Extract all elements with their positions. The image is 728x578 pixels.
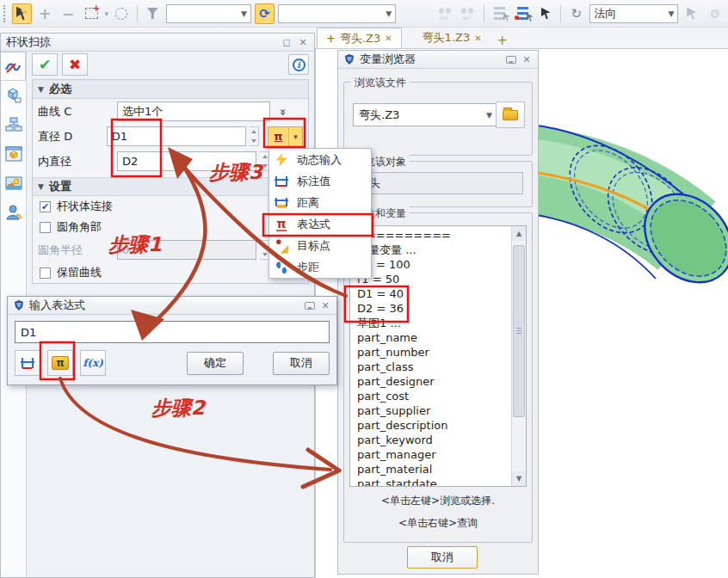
list-item[interactable]: part_number xyxy=(350,345,511,360)
close-icon[interactable]: ✕ xyxy=(319,300,331,311)
list-item[interactable]: part_description xyxy=(350,418,511,433)
sidebar-item-sweep[interactable] xyxy=(1,52,26,81)
tab-close-icon[interactable]: ✕ xyxy=(385,34,392,43)
chevron-down-icon[interactable]: ▾ xyxy=(289,127,302,146)
double-chevron-icon[interactable]: » xyxy=(277,108,290,114)
variable-browser-titlebar[interactable]: 变量浏览器 ✕ xyxy=(338,51,538,69)
cancel-button[interactable]: 取消 xyxy=(273,352,330,375)
default-option-button-1[interactable]: def xyxy=(435,3,455,24)
ok-button[interactable]: ✔ xyxy=(32,53,58,76)
list-item[interactable]: = 100 xyxy=(350,257,511,272)
document-tabbar: + 弯头.Z3 ✕ 弯头1.Z3 ✕ + xyxy=(317,28,728,48)
object-field[interactable]: 弯头 xyxy=(353,172,523,194)
cancel-button[interactable]: ✖ xyxy=(62,53,88,76)
list-item[interactable]: 草图1 ... xyxy=(350,316,511,330)
expression-input[interactable]: D1 xyxy=(15,321,330,343)
tab-close-icon[interactable]: ✕ xyxy=(474,34,481,43)
list-item[interactable]: part_keyword xyxy=(350,433,511,447)
pick-settings-button[interactable]: ⚙ xyxy=(705,3,725,24)
menu-item[interactable]: 动态输入 xyxy=(269,149,371,170)
variable-listbox[interactable]: ========== 标量变量 ... = 100 r1 = 50 D1 = 4… xyxy=(349,225,527,487)
diameter-field[interactable]: D1 xyxy=(107,126,246,146)
pi-variable-button[interactable]: π xyxy=(47,350,73,376)
marquee-dropdown[interactable]: ▾ xyxy=(104,9,108,18)
selection-combobox[interactable]: ▼ xyxy=(278,4,396,23)
function-button[interactable]: f(x) xyxy=(80,350,106,376)
pi-split-button[interactable]: π ▾ xyxy=(268,126,303,147)
add-selection-button[interactable]: + xyxy=(35,3,55,24)
pi-icon[interactable]: π xyxy=(268,127,289,146)
filter-button[interactable] xyxy=(143,3,163,24)
list-item[interactable]: ========== xyxy=(350,228,511,243)
list-item[interactable]: part_designer xyxy=(350,374,511,389)
close-icon[interactable]: ✕ xyxy=(297,37,309,48)
section-settings[interactable]: ▼ 设置 xyxy=(33,177,308,196)
menu-item[interactable]: 步距 xyxy=(269,256,371,278)
normal-combobox[interactable]: 法向 ▼ xyxy=(589,4,678,23)
new-tab-button[interactable]: + xyxy=(490,33,515,48)
stack-cursor-colored-icon xyxy=(517,7,528,20)
tab-active[interactable]: + 弯头.Z3 ✕ xyxy=(317,28,402,48)
list-item[interactable]: part_startdate xyxy=(350,477,511,486)
tab-inactive[interactable]: 弯头1.Z3 ✕ xyxy=(414,28,490,48)
sidebar-item-visualize[interactable] xyxy=(1,139,26,169)
rod-sweep-titlebar[interactable]: 杆状扫掠 ◻ ✕ xyxy=(1,34,314,52)
list-item[interactable]: D2 = 36 xyxy=(350,301,511,316)
default-option-button-2[interactable]: def xyxy=(459,3,478,24)
pick-list-colored-button[interactable] xyxy=(513,3,533,24)
menu-item[interactable]: 标注值 xyxy=(269,170,371,192)
scroll-up-icon[interactable]: ▲ xyxy=(512,226,526,241)
file-combobox[interactable]: 弯头.Z3 ▼ xyxy=(353,103,497,126)
sidebar-item-render[interactable] xyxy=(1,169,26,198)
sidebar-item-user[interactable] xyxy=(1,198,26,227)
input-expression-titlebar[interactable]: 输入表达式 ✕ xyxy=(8,297,336,315)
dimension-button[interactable] xyxy=(15,350,40,376)
pick-list-button[interactable] xyxy=(490,3,509,24)
remove-selection-button[interactable]: − xyxy=(59,3,78,24)
normal-mode-button[interactable]: ↻ xyxy=(566,3,586,24)
sidebar-item-history-tree[interactable] xyxy=(1,110,26,139)
curve-field[interactable]: 选中1个 xyxy=(117,101,270,121)
pipe-elbow-model[interactable] xyxy=(525,96,728,324)
reorient-button[interactable]: ⟳ xyxy=(255,3,275,24)
list-item[interactable]: part_supplier xyxy=(350,403,511,418)
list-item[interactable]: part_name xyxy=(350,330,511,345)
menu-item[interactable]: 目标点 xyxy=(269,235,371,256)
comment-icon[interactable] xyxy=(506,56,516,64)
filter-combobox[interactable]: ▼ xyxy=(166,4,251,23)
list-item[interactable]: part_cost xyxy=(350,389,511,403)
pointer-button[interactable] xyxy=(536,3,556,24)
list-item[interactable]: 标量变量 ... xyxy=(350,243,511,257)
keep-curve-checkbox[interactable] xyxy=(40,267,51,279)
sidebar-item-assembly[interactable] xyxy=(1,81,26,110)
diameter-spinner[interactable] xyxy=(250,126,259,146)
fillet-corner-checkbox[interactable] xyxy=(40,222,51,233)
browser-cancel-button[interactable]: 取消 xyxy=(407,546,478,569)
menu-item[interactable]: 表达式 xyxy=(269,213,371,235)
list-item[interactable]: D1 = 40 xyxy=(350,286,511,301)
comment-icon[interactable] xyxy=(305,302,315,310)
folder-icon xyxy=(503,110,518,120)
marquee-select-button[interactable] xyxy=(82,3,102,24)
info-button[interactable]: i xyxy=(288,54,309,75)
scrollbar-thumb[interactable] xyxy=(513,245,525,417)
pick-normal-button[interactable] xyxy=(682,3,701,24)
scrollbar[interactable]: ▲ ▼ xyxy=(511,226,526,486)
pick-hint-button[interactable] xyxy=(12,3,32,24)
inner-diameter-field[interactable]: D2 xyxy=(117,151,256,171)
lasso-select-button[interactable] xyxy=(112,3,132,24)
expression-value: D1 xyxy=(21,326,36,339)
section-required[interactable]: ▼ 必选 xyxy=(33,80,308,99)
menu-item[interactable]: 距离 xyxy=(269,192,371,213)
scroll-down-icon[interactable]: ▼ xyxy=(512,471,526,486)
list-item[interactable]: part_class xyxy=(350,360,511,374)
close-icon[interactable]: ✕ xyxy=(521,54,533,65)
rod-connect-checkbox[interactable]: ✔ xyxy=(40,201,51,212)
ok-button[interactable]: 确定 xyxy=(187,352,244,375)
list-item[interactable]: r1 = 50 xyxy=(350,272,511,286)
open-file-button[interactable] xyxy=(496,101,525,128)
restore-icon[interactable]: ◻ xyxy=(281,37,293,48)
toolbar-grip[interactable] xyxy=(3,5,7,22)
list-item[interactable]: part_material xyxy=(350,462,511,477)
list-item[interactable]: part_manager xyxy=(350,447,511,462)
